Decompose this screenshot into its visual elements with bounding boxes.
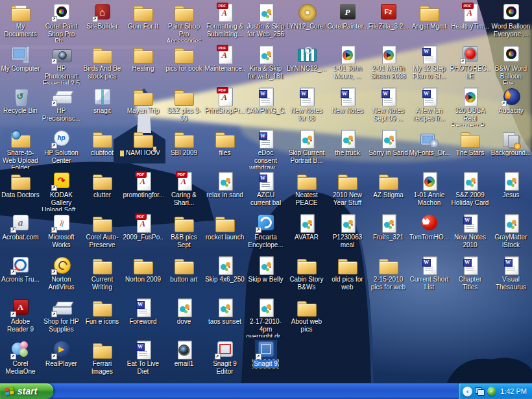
- desktop-icon-eat-to-live-diet[interactable]: WEat To Live Diet: [123, 337, 163, 380]
- desktop-icon-avatar[interactable]: AVATAR: [286, 211, 327, 253]
- desktop-icon-skip-current-portrait-b[interactable]: Skip Current Portrait B...: [286, 127, 327, 169]
- desktop-icon-rocket-launch[interactable]: rocket launch: [204, 211, 245, 253]
- desktop-icon-justin-skip-for-web-256[interactable]: Justin & Skip for Web_256: [245, 0, 286, 42]
- desktop-icon-2010-new-year-stuff[interactable]: 2010 New Year Stuff: [327, 169, 368, 211]
- desktop-icon-2-01-martin-sheen-2008[interactable]: 2-01 Martin Sheen 2008: [368, 42, 409, 84]
- desktop-icon-realplayer[interactable]: ▶↗RealPlayer: [41, 337, 82, 380]
- desktop-icon-current-short-list[interactable]: WCurrent Short List: [409, 253, 450, 295]
- desktop-icon-2-17-2010-4pm-overnight-dr[interactable]: 2-17-2010-4pm overnight dr...: [245, 295, 286, 337]
- desktop-icon-kodak-gallery-upload-soft[interactable]: ↷↗KODAK Gallery Upload Soft...: [41, 169, 82, 211]
- desktop-icon-chapter-titles[interactable]: WChapter Titles: [450, 253, 490, 295]
- desktop-icon-a-few-fun-recipes-fr[interactable]: WA few fun recipes fr...: [409, 84, 450, 127]
- desktop-icon-lyn12-corel[interactable]: LYN12_Corel...: [286, 0, 327, 42]
- desktop-icon-data-doctors[interactable]: Data Doctors: [0, 169, 41, 211]
- desktop-icon-new-notes-for-08[interactable]: WNew Notes for 08: [286, 84, 327, 127]
- desktop-icon-my-documents[interactable]: My Documents: [0, 0, 41, 42]
- desktop-icon-kira-skip-for-web-181[interactable]: Kira & Skip for web_181: [245, 42, 286, 84]
- desktop-icon-my-12-step-plan-to-st[interactable]: WMy 12 Step Plan to St...: [409, 42, 450, 84]
- desktop-icon-hp-photosmart-essential-2-5[interactable]: ↗HP Photosmart Essential 2.5: [41, 42, 82, 84]
- desktop-icon-pics-for-book[interactable]: pics for book: [163, 42, 204, 84]
- desktop-icon-tomtomho[interactable]: TomTomHO...: [409, 211, 450, 253]
- desktop-icon-acrobat-com[interactable]: a↗Acrobat.com: [0, 211, 41, 253]
- desktop-icon-healthytim[interactable]: PDFAHealthyTim...: [450, 0, 490, 42]
- taskbar-clock[interactable]: 1:42 PM: [499, 387, 527, 395]
- desktop-icon-hp-solution-center[interactable]: hp↗HP Solution Center: [41, 127, 82, 169]
- desktop-icon-relax-in-sand[interactable]: relax in sand: [204, 169, 245, 211]
- desktop-icon-1-01-john-moore[interactable]: 1-01 John Moore, ...: [327, 42, 368, 84]
- tray-antivirus-icon[interactable]: ✓: [487, 387, 496, 396]
- desktop-icon-promotingfor[interactable]: PDFApromotingfor...: [123, 169, 163, 211]
- desktop-icon-new-notes-2010[interactable]: WNew Notes 2010: [450, 211, 490, 253]
- desktop-icon-ferrari-images[interactable]: Ferrari Images: [82, 337, 123, 380]
- desktop-icon-the-truck[interactable]: the truck: [327, 127, 368, 169]
- desktop-icon-current-writing[interactable]: Current Writing: [82, 253, 123, 295]
- desktop-icon-sitebuilder[interactable]: ⌂↗SiteBuilder: [82, 0, 123, 42]
- desktop-icon-graymatter-istock[interactable]: GrayMatter iStock: [490, 211, 531, 253]
- desktop-icon-new-notes-sept-09[interactable]: WNew Notes Sept 09 ...: [368, 84, 409, 127]
- desktop-icon-photorec-le[interactable]: ↗PHOTOREC... LE: [450, 42, 490, 84]
- desktop-icon-sorry-in-sand[interactable]: Sorry in Sand: [368, 127, 409, 169]
- desktop-icon-filezilla-3-2[interactable]: FzFileZilla_3.2...: [368, 0, 409, 42]
- desktop-icon-b-w-word-balloon-eve[interactable]: B&W Word Balloon Eve...: [490, 42, 531, 84]
- desktop-icon-skip-w-belly[interactable]: Skip w Belly: [245, 253, 286, 295]
- desktop-icon-snagit[interactable]: snagit: [82, 84, 123, 127]
- desktop-icon-az-stigma[interactable]: AZ Stigma: [368, 169, 409, 211]
- desktop-icon-jesus[interactable]: Jesus: [490, 169, 531, 211]
- start-button[interactable]: start: [0, 383, 53, 399]
- desktop-icon-button-art[interactable]: button art: [163, 253, 204, 295]
- tray-display-icon[interactable]: [475, 387, 485, 396]
- desktop-icon-sbi-2009[interactable]: SBI 2009: [163, 127, 204, 169]
- desktop-icon-snagit-9[interactable]: ↗Snagit 9: [245, 337, 286, 380]
- desktop-icon-2009-fuspo[interactable]: PDFA2009_FusPo...: [123, 211, 163, 253]
- desktop-icon-mayan-trip[interactable]: Mayan Trip: [123, 84, 163, 127]
- desktop-icon-email1[interactable]: email1: [163, 337, 204, 380]
- desktop-icon-skip-4x6-250[interactable]: Skip 4x6_250: [204, 253, 245, 295]
- desktop-icon-files[interactable]: files: [204, 127, 245, 169]
- desktop-icon-share-to-web-upload-folder[interactable]: Share-to-Web Upload Folder: [0, 127, 41, 169]
- desktop-icon-fruits-321[interactable]: Fruits_321: [368, 211, 409, 253]
- desktop-icon-taos-sunset[interactable]: taos sunset: [204, 295, 245, 337]
- desktop-icon-norton-2009[interactable]: Norton 2009: [123, 253, 163, 295]
- desktop-icon-printshoppr[interactable]: PDFAPrintShopPr...: [204, 84, 245, 127]
- desktop-icon-new-notes[interactable]: WNew Notes: [327, 84, 368, 127]
- desktop-icon-s-z-2009-holiday-card[interactable]: S&Z 2009 Holiday Card: [450, 169, 490, 211]
- desktop-icon-edoc-consent-withdraw[interactable]: WeDoc consent withdraw ...: [245, 127, 286, 169]
- desktop-icon-2-15-2010-pics-for-web[interactable]: 2-15-2010 pics for web: [368, 253, 409, 295]
- desktop-icon-clutter[interactable]: clutter: [82, 169, 123, 211]
- desktop-icon-maintenance[interactable]: PDFAMaintenance...: [204, 42, 245, 84]
- desktop-icon-320-dbsa-real-recovery-p[interactable]: 320 DBSA Real Recovery P...: [450, 84, 490, 127]
- desktop-icon-visual-thesaurus[interactable]: WVisual Thesaurus: [490, 253, 531, 295]
- desktop-icon-background[interactable]: Background...: [490, 127, 531, 169]
- desktop-icon-hp-precisionsc[interactable]: ↗HP Precisionsc...: [41, 84, 82, 127]
- desktop-icon-paint-shop-pro-accessories[interactable]: Paint Shop Pro Accessories: [163, 0, 204, 42]
- desktop-icon-recycle-bin[interactable]: ↺Recycle Bin: [0, 84, 41, 127]
- desktop-icon-word-balloon-everyone[interactable]: Word Balloon Everyone ...: [490, 0, 531, 42]
- desktop-icon-goin-for-it[interactable]: Goin For It: [123, 0, 163, 42]
- desktop-icon-angst-mgmt[interactable]: Angst Mgmt: [409, 0, 450, 42]
- desktop-icon-corel-paint-shop-pro-ph[interactable]: ↗Corel Paint Shop Pro Ph...: [41, 0, 82, 42]
- desktop-icon-snagit-9-editor[interactable]: ↗Snagit 9 Editor: [204, 337, 245, 380]
- desktop-icon-p1230063-meal[interactable]: P1230063 meal: [327, 211, 368, 253]
- desktop-icon-dove[interactable]: dove: [163, 295, 204, 337]
- desktop-icon-1-01-annie-machon[interactable]: 1-01 Annie Machon: [409, 169, 450, 211]
- desktop-icon-foreword[interactable]: WForeword: [123, 295, 163, 337]
- desktop-icon-formatting-submitting[interactable]: PDFAFormatting & Submitting...: [204, 0, 245, 42]
- desktop-icon-s-z-pics-3-09[interactable]: S&Z pics 3-09: [163, 84, 204, 127]
- tray-collapse-chevron-icon[interactable]: ‹: [463, 387, 472, 396]
- desktop-icon-azcu-current-bal[interactable]: WAZCU current bal: [245, 169, 286, 211]
- desktop-icon-microsoft-works[interactable]: /↗Microsoft Works: [41, 211, 82, 253]
- desktop-icon-old-pics-for-web[interactable]: old pics for web: [327, 253, 368, 295]
- desktop-icon-norton-antivirus[interactable]: ↗Norton AntiVirus: [41, 253, 82, 295]
- desktop-icon-encarta-encyclope[interactable]: ↗Encarta Encyclope...: [245, 211, 286, 253]
- desktop-icon-acronis-tru[interactable]: ↗Acronis Tru...: [0, 253, 41, 295]
- desktop-icon-healing[interactable]: Healing: [123, 42, 163, 84]
- desktop-icon-shop-for-hp-supplies[interactable]: ↗Shop for HP Supplies: [41, 295, 82, 337]
- desktop-icon-cabin-story-b-ws[interactable]: Cabin Story B&Ws: [286, 253, 327, 295]
- desktop-icon-corelpainter[interactable]: PCorelPainter...: [327, 0, 368, 42]
- desktop-icon-neatest-peace[interactable]: Neatest PEACE: [286, 169, 327, 211]
- desktop-icon-corel-auto-preserve[interactable]: Corel Auto-Preserve: [82, 211, 123, 253]
- desktop-icon-caring-shari[interactable]: PDFACaring & Shari...: [163, 169, 204, 211]
- desktop-icon-lyninc12[interactable]: LYNINC12_...: [286, 42, 327, 84]
- desktop-icon-myfonts-or[interactable]: MyFonts_Or...: [409, 127, 450, 169]
- desktop-icon-my-computer[interactable]: My Computer: [0, 42, 41, 84]
